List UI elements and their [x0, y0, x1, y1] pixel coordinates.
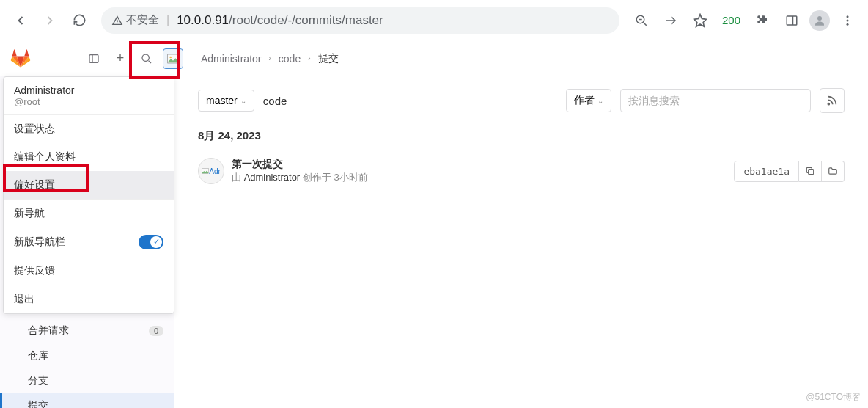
toggle-switch[interactable]: ✓	[139, 235, 163, 249]
share-icon[interactable]	[659, 9, 683, 32]
author-selector[interactable]: 作者 ⌄	[566, 89, 611, 112]
sidebar-item-merge-requests[interactable]: 合并请求 0	[0, 318, 174, 343]
plus-icon[interactable]: +	[110, 48, 130, 69]
menu-new-nav-label: 新导航	[4, 200, 174, 227]
panel-icon[interactable]	[780, 9, 803, 32]
browser-toolbar: 不安全 | 10.0.0.91/root/code/-/commits/mast…	[0, 0, 868, 41]
commit-author-avatar[interactable]: Adr	[198, 158, 224, 184]
sidebar-item-branches[interactable]: 分支	[0, 368, 174, 393]
chevron-right-icon: ›	[268, 54, 271, 62]
extension-badge[interactable]: 200	[718, 14, 745, 26]
svg-point-9	[142, 54, 149, 61]
svg-point-11	[169, 56, 172, 58]
forward-button[interactable]	[38, 9, 62, 32]
chevron-down-icon: ⌄	[597, 97, 603, 105]
rss-button[interactable]	[820, 88, 845, 113]
menu-logout[interactable]: 退出	[4, 285, 174, 313]
chevron-down-icon: ⌄	[240, 97, 246, 105]
commit-title[interactable]: 第一次提交	[232, 158, 727, 171]
sidebar-toggle-icon[interactable]	[84, 48, 104, 69]
address-bar[interactable]: 不安全 | 10.0.0.91/root/code/-/commits/mast…	[101, 7, 619, 34]
chevron-right-icon: ›	[308, 54, 310, 62]
commit-row: Adr 第一次提交 由 Administrator 创作于 3小时前 eba1a…	[198, 152, 845, 190]
menu-preferences[interactable]: 偏好设置	[4, 171, 174, 199]
commit-hash[interactable]: eba1ae1a	[734, 161, 799, 182]
mr-count-badge: 0	[149, 326, 163, 336]
user-dropdown-menu: Administrator @root 设置状态 编辑个人资料 偏好设置 新导航…	[3, 76, 174, 314]
breadcrumb-project[interactable]: code	[279, 53, 301, 65]
sidebar-item-commits[interactable]: 提交	[0, 393, 174, 408]
project-path[interactable]: code	[263, 95, 287, 107]
menu-dots-icon[interactable]	[836, 9, 859, 32]
svg-point-12	[828, 103, 829, 105]
menu-new-navbar-toggle[interactable]: 新版导航栏 ✓	[4, 227, 174, 257]
svg-point-6	[847, 23, 849, 25]
branch-selector[interactable]: master ⌄	[198, 90, 254, 112]
breadcrumb-owner[interactable]: Administrator	[201, 53, 261, 65]
commit-time: 3小时前	[334, 172, 367, 183]
commit-author-link[interactable]: Administrator	[244, 172, 301, 183]
gitlab-logo-icon[interactable]	[10, 48, 31, 69]
user-name: Administrator	[14, 84, 163, 96]
back-button[interactable]	[9, 9, 32, 32]
svg-rect-7	[89, 54, 98, 62]
menu-feedback[interactable]: 提供反馈	[4, 257, 174, 285]
extensions-icon[interactable]	[751, 9, 774, 32]
gitlab-topbar: + Administrator › code › 提交	[0, 41, 868, 76]
user-menu-header: Administrator @root	[4, 77, 174, 115]
breadcrumb: Administrator › code › 提交	[201, 52, 339, 65]
security-indicator[interactable]: 不安全	[111, 13, 159, 27]
commit-date-header: 8月 24, 2023	[198, 129, 845, 143]
svg-point-3	[817, 16, 822, 21]
commit-search-input[interactable]	[620, 89, 811, 112]
svg-rect-14	[809, 170, 814, 175]
svg-point-4	[847, 15, 849, 18]
url-text: 10.0.0.91/root/code/-/commits/master	[177, 13, 383, 28]
breadcrumb-page: 提交	[318, 52, 339, 65]
svg-rect-1	[787, 16, 797, 25]
svg-point-5	[847, 19, 849, 21]
menu-edit-profile[interactable]: 编辑个人资料	[4, 143, 174, 171]
watermark: @51CTO博客	[806, 391, 861, 404]
main-content: master ⌄ code 作者 ⌄ 8月 24, 2023 Adr 第一次提交	[174, 76, 868, 408]
security-label: 不安全	[126, 13, 159, 27]
browse-files-button[interactable]	[822, 161, 845, 182]
menu-set-status[interactable]: 设置状态	[4, 115, 174, 143]
user-handle: @root	[14, 96, 163, 107]
avatar-button[interactable]	[163, 48, 183, 69]
reload-button[interactable]	[67, 9, 91, 32]
commit-meta: 由 Administrator 创作于 3小时前	[232, 171, 727, 184]
profile-avatar[interactable]	[809, 10, 830, 31]
zoom-icon[interactable]	[630, 9, 653, 32]
filter-bar: master ⌄ code 作者 ⌄	[198, 88, 845, 113]
copy-hash-button[interactable]	[799, 161, 822, 182]
search-icon[interactable]	[136, 48, 157, 69]
sidebar-item-repository[interactable]: 仓库	[0, 343, 174, 368]
bookmark-star-icon[interactable]	[688, 9, 712, 32]
